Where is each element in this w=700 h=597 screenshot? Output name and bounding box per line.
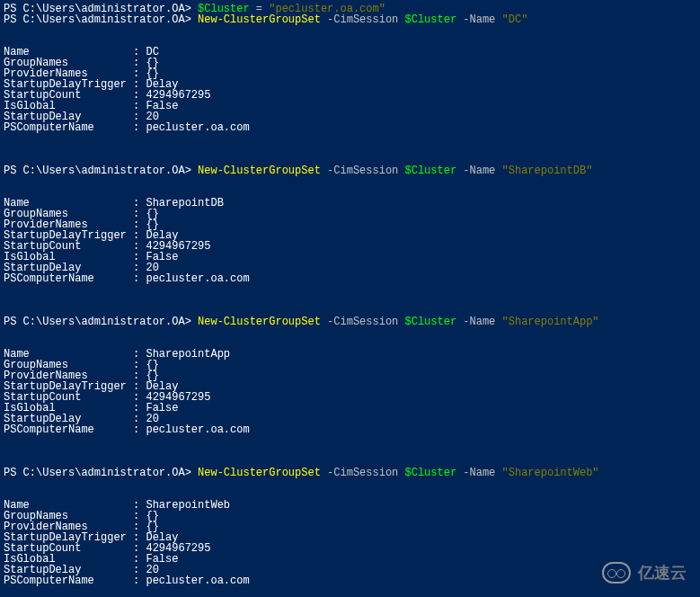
param-name: -Name (456, 13, 501, 26)
value-pscomputername: pecluster.oa.com (146, 575, 249, 587)
cmdlet: New-ClusterGroupSet (198, 165, 321, 177)
param-cimsession: -CimSession (321, 316, 405, 328)
param-name: -Name (456, 165, 501, 177)
string-value: "DC" (502, 13, 528, 26)
variable: $Cluster (405, 13, 457, 26)
watermark-text: 亿速云 (638, 565, 687, 581)
cmdlet: New-ClusterGroupSet (198, 467, 321, 479)
param-name: -Name (456, 316, 501, 328)
cmdlet: New-ClusterGroupSet (198, 316, 321, 328)
string-value: "SharepointApp" (502, 316, 599, 328)
variable: $Cluster (405, 316, 457, 328)
label-pscomputername: PSComputerName : (4, 423, 146, 436)
variable: $Cluster (405, 165, 457, 177)
cmdlet: New-ClusterGroupSet (198, 13, 321, 26)
variable: $Cluster (405, 467, 457, 479)
param-cimsession: -CimSession (321, 13, 405, 26)
param-cimsession: -CimSession (321, 467, 405, 479)
ps-prompt: PS C:\Users\administrator.OA> (4, 316, 198, 328)
ps-prompt: PS C:\Users\administrator.OA> (4, 165, 198, 177)
ps-prompt: PS C:\Users\administrator.OA> (4, 467, 198, 479)
string-value: "SharepointDB" (502, 165, 593, 177)
watermark-icon (602, 562, 631, 584)
label-pscomputername: PSComputerName : (4, 272, 146, 285)
label-pscomputername: PSComputerName : (4, 121, 146, 134)
value-pscomputername: pecluster.oa.com (146, 121, 249, 134)
param-cimsession: -CimSession (321, 165, 405, 177)
ps-prompt: PS C:\Users\administrator.OA> (4, 13, 198, 26)
watermark: 亿速云 (602, 562, 687, 584)
string-value: "SharepointWeb" (502, 467, 599, 479)
label-pscomputername: PSComputerName : (4, 575, 146, 587)
value-pscomputername: pecluster.oa.com (146, 272, 249, 285)
value-pscomputername: pecluster.oa.com (146, 423, 249, 436)
param-name: -Name (456, 467, 501, 479)
terminal-output: PS C:\Users\administrator.OA> $Cluster =… (4, 4, 696, 586)
